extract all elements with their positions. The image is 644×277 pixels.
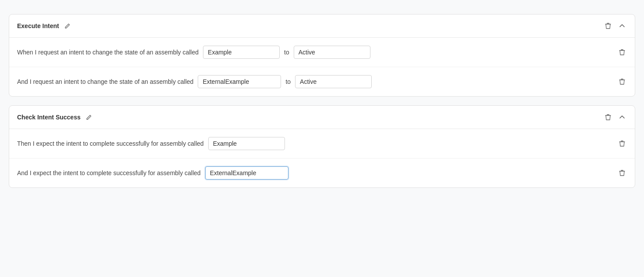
condition-row-cond-4: And I expect the intent to complete succ… (9, 158, 635, 187)
delete-condition-button-cond-3[interactable] (617, 138, 627, 149)
assembly-input-cond-4[interactable] (205, 166, 288, 180)
page-container: Execute Intent When I request an intent … (9, 14, 635, 188)
stage-header-left-execute-intent: Execute Intent (17, 22, 72, 31)
condition-prefix-cond-1: When I request an intent to change the s… (17, 49, 199, 56)
stage-header-check-intent-success: Check Intent Success (9, 106, 635, 129)
row-trash-wrapper-cond-2 (617, 76, 627, 87)
delete-condition-button-cond-4[interactable] (617, 168, 627, 178)
delete-stage-button-check-intent-success[interactable] (603, 112, 613, 122)
to-input-cond-2[interactable] (295, 75, 372, 88)
condition-row-cond-2: And I request an intent to change the st… (9, 67, 635, 96)
stage-header-execute-intent: Execute Intent (9, 14, 635, 38)
assembly-input-cond-2[interactable] (198, 75, 281, 88)
stages-container: Execute Intent When I request an intent … (9, 14, 635, 188)
edit-stage-button-execute-intent[interactable] (63, 22, 72, 31)
stage-header-left-check-intent-success: Check Intent Success (17, 113, 93, 122)
stage-card-check-intent-success: Check Intent Success Then I expect the i… (9, 105, 635, 188)
collapse-stage-button-execute-intent[interactable] (617, 21, 627, 31)
stage-title-check-intent-success: Check Intent Success (17, 114, 81, 121)
delete-stage-button-execute-intent[interactable] (603, 21, 613, 31)
collapse-stage-button-check-intent-success[interactable] (617, 112, 627, 122)
condition-prefix-cond-3: Then I expect the intent to complete suc… (17, 140, 204, 147)
assembly-input-cond-1[interactable] (203, 46, 280, 59)
condition-row-cond-3: Then I expect the intent to complete suc… (9, 129, 635, 158)
stage-header-right-execute-intent (603, 21, 627, 31)
stage-card-execute-intent: Execute Intent When I request an intent … (9, 14, 635, 97)
condition-row-cond-1: When I request an intent to change the s… (9, 38, 635, 67)
delete-condition-button-cond-1[interactable] (617, 47, 627, 58)
stage-title-execute-intent: Execute Intent (17, 22, 59, 29)
assembly-input-cond-3[interactable] (208, 137, 285, 150)
row-trash-wrapper-cond-3 (617, 138, 627, 149)
stage-header-right-check-intent-success (603, 112, 627, 122)
condition-prefix-cond-4: And I expect the intent to complete succ… (17, 169, 201, 176)
to-input-cond-1[interactable] (294, 46, 370, 59)
condition-prefix-cond-2: And I request an intent to change the st… (17, 78, 193, 85)
to-label-cond-1: to (284, 49, 289, 56)
row-trash-wrapper-cond-1 (617, 47, 627, 58)
to-label-cond-2: to (285, 78, 291, 85)
edit-stage-button-check-intent-success[interactable] (84, 113, 93, 122)
delete-condition-button-cond-2[interactable] (617, 76, 627, 87)
row-trash-wrapper-cond-4 (617, 168, 627, 178)
